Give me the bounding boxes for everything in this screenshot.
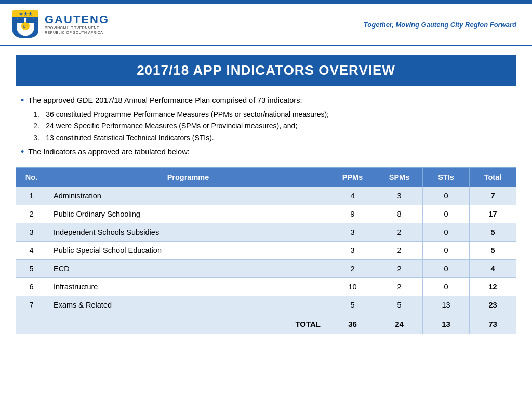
cell-stis: 0 [423, 187, 470, 205]
col-programme: Programme [47, 167, 329, 187]
cell-ppms: 3 [329, 223, 376, 241]
bullet-dot-1: • [21, 95, 24, 143]
cell-spms: 5 [376, 296, 423, 314]
main-content: 2017/18 APP INDICATORS OVERVIEW • The ap… [0, 46, 532, 343]
cell-programme: Administration [47, 187, 329, 205]
footer-label: TOTAL [47, 314, 329, 334]
cell-no: 3 [16, 223, 47, 241]
svg-text:GP: GP [23, 24, 28, 28]
sub-item-3: 3. 13 constituted Statistical Technical … [33, 132, 516, 143]
col-ppms: PPMs [329, 167, 376, 187]
cell-ppms: 10 [329, 277, 376, 296]
cell-programme: Infrastructure [47, 277, 329, 296]
cell-spms: 8 [376, 205, 423, 223]
bullet-2: • The Indicators as approved are tabulat… [21, 147, 516, 158]
cell-ppms: 3 [329, 241, 376, 259]
cell-no: 4 [16, 241, 47, 259]
cell-spms: 2 [376, 241, 423, 259]
cell-stis: 0 [423, 205, 470, 223]
header: GP ★★★ GAUTENG PROVINCIAL GOVERNMENT REP… [0, 4, 532, 46]
cell-programme: Public Special School Education [47, 241, 329, 259]
table-row: 4Public Special School Education3205 [16, 241, 516, 259]
cell-programme: Independent Schools Subsidies [47, 223, 329, 241]
cell-total: 23 [470, 296, 516, 314]
table-row: 7Exams & Related551323 [16, 296, 516, 314]
bullet-text-1: The approved GDE 2017/18 Annual Performa… [28, 95, 516, 143]
sub-list-1: 1. 36 constituted Programme Performance … [28, 109, 516, 143]
cell-spms: 2 [376, 223, 423, 241]
cell-stis: 0 [423, 259, 470, 277]
table-header: No. Programme PPMs SPMs STIs Total [16, 167, 516, 187]
cell-no: 7 [16, 296, 47, 314]
bullet-text-2: The Indicators as approved are tabulated… [28, 147, 516, 158]
cell-total: 12 [470, 277, 516, 296]
cell-spms: 2 [376, 277, 423, 296]
table-body: 1Administration43072Public Ordinary Scho… [16, 187, 516, 314]
svg-text:★★★: ★★★ [19, 11, 33, 17]
cell-total: 7 [470, 187, 516, 205]
cell-spms: 2 [376, 259, 423, 277]
footer-no [16, 314, 47, 334]
footer-stis: 13 [423, 314, 470, 334]
table-header-row: No. Programme PPMs SPMs STIs Total [16, 167, 516, 187]
svg-rect-2 [17, 18, 24, 23]
cell-ppms: 5 [329, 296, 376, 314]
cell-ppms: 9 [329, 205, 376, 223]
logo-sub1: PROVINCIAL GOVERNMENT [45, 25, 99, 30]
table-footer: TOTAL 36 24 13 73 [16, 314, 516, 334]
col-no: No. [16, 167, 47, 187]
page-title: 2017/18 APP INDICATORS OVERVIEW [16, 55, 516, 86]
cell-no: 2 [16, 205, 47, 223]
bullet-1: • The approved GDE 2017/18 Annual Perfor… [21, 95, 516, 143]
table-row: 2Public Ordinary Schooling98017 [16, 205, 516, 223]
cell-stis: 13 [423, 296, 470, 314]
cell-total: 4 [470, 259, 516, 277]
table-row: 3Independent Schools Subsidies3205 [16, 223, 516, 241]
cell-no: 5 [16, 259, 47, 277]
footer-spms: 24 [376, 314, 423, 334]
logo-name: GAUTENG [45, 14, 109, 25]
cell-total: 5 [470, 223, 516, 241]
intro-bullets: • The approved GDE 2017/18 Annual Perfor… [16, 95, 516, 158]
footer-ppms: 36 [329, 314, 376, 334]
tagline: Together, Moving Gauteng City Region For… [364, 21, 516, 29]
logo-text: GAUTENG PROVINCIAL GOVERNMENT REPUBLIC O… [45, 14, 109, 35]
cell-no: 1 [16, 187, 47, 205]
cell-stis: 0 [423, 223, 470, 241]
cell-programme: Public Ordinary Schooling [47, 205, 329, 223]
table-footer-row: TOTAL 36 24 13 73 [16, 314, 516, 334]
table-row: 5ECD2204 [16, 259, 516, 277]
cell-stis: 0 [423, 241, 470, 259]
logo-area: GP ★★★ GAUTENG PROVINCIAL GOVERNMENT REP… [10, 8, 109, 41]
table-row: 6Infrastructure102012 [16, 277, 516, 296]
cell-total: 17 [470, 205, 516, 223]
cell-ppms: 4 [329, 187, 376, 205]
col-spms: SPMs [376, 167, 423, 187]
crest-logo: GP ★★★ [10, 8, 41, 41]
col-total: Total [470, 167, 516, 187]
col-stis: STIs [423, 167, 470, 187]
cell-spms: 3 [376, 187, 423, 205]
cell-programme: Exams & Related [47, 296, 329, 314]
bullet-dot-2: • [21, 147, 24, 158]
cell-ppms: 2 [329, 259, 376, 277]
sub-item-1: 1. 36 constituted Programme Performance … [33, 109, 516, 120]
footer-total: 73 [470, 314, 516, 334]
cell-stis: 0 [423, 277, 470, 296]
indicators-table: No. Programme PPMs SPMs STIs Total 1Admi… [16, 167, 516, 334]
logo-sub2: REPUBLIC OF SOUTH AFRICA [45, 30, 103, 35]
cell-total: 5 [470, 241, 516, 259]
top-bar [0, 0, 532, 4]
cell-programme: ECD [47, 259, 329, 277]
sub-item-2: 2. 24 were Specific Performance Measures… [33, 120, 516, 131]
table-row: 1Administration4307 [16, 187, 516, 205]
svg-rect-3 [26, 18, 34, 23]
cell-no: 6 [16, 277, 47, 296]
